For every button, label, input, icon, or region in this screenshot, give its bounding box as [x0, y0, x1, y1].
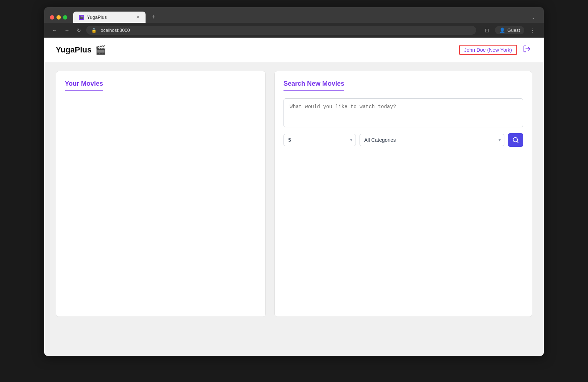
back-button[interactable]: ←: [50, 26, 59, 35]
search-movies-title: Search New Movies: [284, 80, 344, 91]
category-select[interactable]: All Categories Action Comedy Drama Horro…: [360, 134, 504, 146]
logo-camera-icon: 🎬: [95, 45, 106, 55]
header-actions: John Doe (New York): [459, 43, 532, 56]
maximize-traffic-light[interactable]: [63, 15, 67, 20]
traffic-lights: [50, 15, 67, 20]
tab-favicon-icon: 🎬: [79, 15, 84, 20]
search-button[interactable]: [508, 133, 523, 147]
svg-line-2: [517, 141, 518, 142]
browser-actions: ⊡ 👤 Guest ⋮: [482, 26, 538, 35]
user-profile-badge[interactable]: John Doe (New York): [459, 45, 517, 55]
address-text: localhost:3000: [100, 27, 130, 33]
new-tab-button[interactable]: +: [148, 12, 158, 22]
refresh-button[interactable]: ↻: [75, 26, 83, 35]
search-icon: [512, 137, 519, 143]
address-bar: ← → ↻ 🔒 localhost:3000 ⊡ 👤 Guest ⋮: [44, 23, 544, 38]
guest-avatar-icon: 👤: [499, 27, 505, 33]
app-logo: YugaPlus 🎬: [56, 45, 106, 55]
logo-text: YugaPlus: [56, 45, 92, 55]
tab-title-text: YugaPlus: [87, 14, 107, 20]
forward-button[interactable]: →: [62, 26, 72, 35]
app-header: YugaPlus 🎬 John Doe (New York): [44, 38, 544, 62]
page-content: YugaPlus 🎬 John Doe (New York) Your Movi…: [44, 38, 544, 356]
active-tab[interactable]: 🎬 YugaPlus ✕: [73, 12, 146, 23]
count-select-wrap: 5 10 15 20 ▾: [284, 134, 356, 146]
tabs-dropdown-button[interactable]: ⌄: [529, 13, 538, 21]
main-content: Your Movies Search New Movies 5 10 15 20: [44, 62, 544, 326]
search-controls: 5 10 15 20 ▾ All Categories Action Comed…: [284, 133, 523, 147]
count-select[interactable]: 5 10 15 20: [284, 134, 356, 146]
your-movies-title: Your Movies: [65, 80, 103, 91]
logout-button[interactable]: [521, 43, 532, 56]
address-input[interactable]: 🔒 localhost:3000: [86, 26, 476, 35]
more-options-button[interactable]: ⋮: [527, 26, 538, 35]
search-query-input[interactable]: [284, 98, 523, 127]
sidebar-toggle-button[interactable]: ⊡: [482, 26, 492, 35]
tab-close-button[interactable]: ✕: [136, 15, 140, 20]
title-bar: 🎬 YugaPlus ✕ + ⌄: [44, 7, 544, 23]
guest-label: Guest: [507, 27, 520, 33]
category-select-wrap: All Categories Action Comedy Drama Horro…: [360, 134, 504, 146]
guest-profile-button[interactable]: 👤 Guest: [495, 26, 524, 34]
minimize-traffic-light[interactable]: [56, 15, 61, 20]
your-movies-panel: Your Movies: [56, 71, 266, 317]
lock-icon: 🔒: [91, 28, 97, 33]
search-movies-panel: Search New Movies 5 10 15 20 ▾: [274, 71, 532, 317]
browser-window: 🎬 YugaPlus ✕ + ⌄ ← → ↻ 🔒 localhost:3000 …: [44, 7, 544, 356]
close-traffic-light[interactable]: [50, 15, 54, 20]
